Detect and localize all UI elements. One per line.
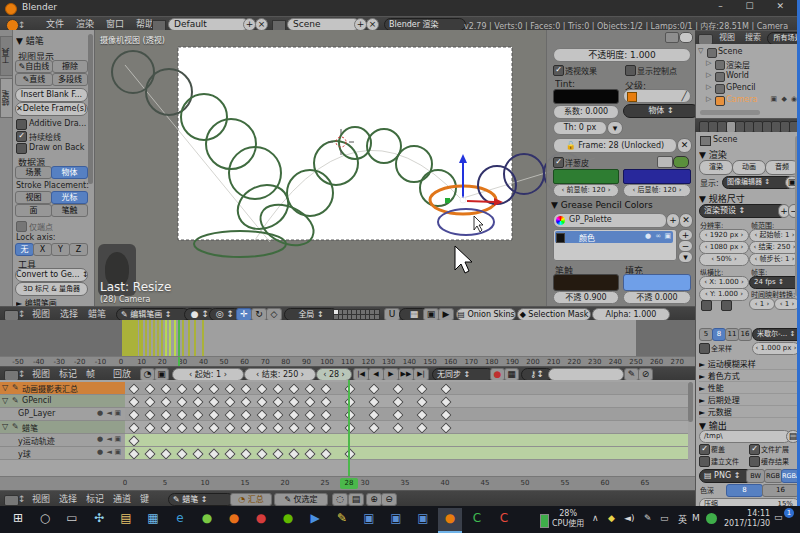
timeline-keyframe-line[interactable] [153, 320, 155, 356]
erase-button[interactable]: 擦除 [52, 60, 88, 73]
paste-keyframes-icon[interactable]: ⊖ [381, 493, 397, 506]
depth-8[interactable]: 8 [726, 484, 763, 497]
timeline-keyframe-line[interactable] [141, 320, 143, 356]
copy-keyframes-icon[interactable]: ⊕ [366, 493, 382, 506]
clock[interactable]: 14:11 2017/11/30 [724, 509, 770, 529]
keyframe-diamond[interactable] [304, 396, 315, 407]
dope-menu-2[interactable]: 标记 [82, 492, 108, 506]
checkbox-0[interactable] [16, 119, 27, 130]
onion-before-color[interactable] [553, 169, 619, 184]
keyframe-diamond[interactable] [240, 409, 251, 420]
onion-after-frames[interactable]: ‹ 后显帧: 120 › [623, 184, 691, 197]
frame-delete-button[interactable]: ✕ [677, 138, 692, 153]
channel-speaker-icon[interactable]: ◄ [107, 448, 112, 456]
dope-key-band-2[interactable] [125, 408, 688, 421]
keyframe-diamond[interactable] [160, 448, 171, 459]
timeline-menu-3[interactable]: 回放 [109, 367, 135, 381]
keyframe-diamond[interactable] [440, 383, 451, 394]
channel-lock-icon[interactable]: ▣ [114, 409, 121, 417]
outliner-row-0[interactable]: ▽Scene [696, 46, 800, 57]
placement-3[interactable]: 笔触 [51, 204, 88, 217]
dope-key-band-4[interactable] [125, 434, 688, 447]
taskbar-app-start[interactable]: ⊞ [6, 508, 30, 531]
keyframe-diamond[interactable] [416, 422, 427, 433]
taskbar-app-blender[interactable]: ● [438, 508, 462, 533]
out-check-row-3[interactable]: 缓存结果 [749, 456, 797, 466]
view-menu-2[interactable]: 蜡笔 [84, 307, 110, 321]
keyframe-diamond[interactable] [392, 422, 403, 433]
keyframe-diamond[interactable] [288, 396, 299, 407]
keyframe-diamond[interactable] [288, 422, 299, 433]
layers-widget[interactable] [333, 309, 379, 319]
taskbar-app-task-view[interactable]: ▭ [60, 508, 84, 531]
draw-button[interactable]: ✎自由线 [15, 60, 53, 73]
ime-language[interactable]: 英 [678, 513, 687, 526]
channel-speaker-icon[interactable]: ◄ [107, 409, 112, 417]
stroke-opacity-slider[interactable]: 不透 0.900 [553, 291, 619, 304]
out-checkbox-0[interactable]: ✓ [699, 444, 710, 455]
ghost-filter-icon[interactable]: ▤ [348, 493, 364, 506]
check-row-1[interactable]: ✓持续绘线 [16, 130, 90, 141]
keyframe-diamond[interactable] [192, 409, 203, 420]
keyframe-diamond[interactable] [208, 448, 219, 459]
dope-menu-3[interactable]: 通道 [109, 492, 135, 506]
timeline-keyframe-line[interactable] [174, 320, 176, 356]
keyframe-diamond[interactable] [368, 409, 379, 420]
channel-lock-icon[interactable]: ▣ [114, 448, 121, 456]
dopesheet-area[interactable]: ▽✎动画摄影表汇总▽✎GPencilGP_Layer●◄▣▽✎蜡笔y运动轨迹●◄… [0, 380, 695, 476]
timeline-menu-0[interactable]: 视图 [28, 367, 54, 381]
palette-field[interactable]: GP_Palette [553, 213, 667, 228]
grid-toggle-icon[interactable] [665, 32, 679, 43]
full-sample-checkbox[interactable] [699, 343, 710, 354]
timeline-keyframe-line[interactable] [188, 320, 190, 356]
lock-axis-3[interactable]: Z [69, 243, 88, 256]
collapsed-props-panel-1[interactable]: ► 着色方式 [699, 370, 797, 382]
keyframe-diamond[interactable] [416, 396, 427, 407]
collapsed-props-panel-3[interactable]: ► 后期处理 [699, 394, 797, 406]
keyframe-diamond[interactable] [368, 396, 379, 407]
fx-check-row[interactable]: ✓透视效果显示控制点 [553, 64, 693, 75]
tint-factor-slider[interactable]: 系数: 0.000 [553, 105, 619, 119]
color-list-item[interactable]: 颜色●∞▣ [555, 231, 673, 243]
keyframe-diamond[interactable] [224, 396, 235, 407]
keyframe-diamond[interactable] [144, 396, 155, 407]
editor-type-dropdown-arrow[interactable]: ↕ [18, 20, 26, 30]
out-check-row-2[interactable]: 建立文件 [699, 456, 747, 466]
dope-scrollbar[interactable] [688, 382, 693, 422]
delete-frames-button[interactable]: ✕Delete Frame(s) [15, 102, 88, 116]
keyframe-diamond[interactable] [392, 409, 403, 420]
keyframe-diamond[interactable] [192, 383, 203, 394]
collapsed-props-panel-0[interactable]: ► 运动模糊采样 [699, 358, 797, 370]
palette-unlink-button[interactable]: ✕ [679, 213, 693, 228]
range-field-2[interactable]: ‹ 帧步长: 1 › [749, 253, 800, 266]
keyframe-diamond[interactable] [208, 422, 219, 433]
onion-after-color[interactable] [623, 169, 691, 184]
resolution-field-2[interactable]: ‹ 50% › [699, 253, 749, 266]
keyframe-diamond[interactable] [240, 383, 251, 394]
collapsed-props-panel-4[interactable]: ► 元数据 [699, 406, 797, 418]
fps-dropdown[interactable]: 24 fps ↕ [749, 276, 800, 289]
ghost-toggle-icon[interactable] [679, 32, 693, 43]
keyframe-diamond[interactable] [288, 383, 299, 394]
outliner-expand-arrow[interactable]: ▷ [706, 59, 711, 67]
show-points-checkbox[interactable] [625, 65, 636, 76]
convert-to-geometry-dropdown[interactable]: Convert to Ge... ↕ [15, 268, 88, 282]
keyframe-diamond[interactable] [192, 396, 203, 407]
out-check-row-1[interactable]: ✓文件扩展 [749, 444, 797, 454]
dope-menu-0[interactable]: 视图 [28, 492, 54, 506]
timeline-keyframe-line[interactable] [161, 320, 163, 356]
keyframe-diamond[interactable] [128, 448, 139, 459]
only-selected-toggle[interactable]: ✎ 仅选定 [274, 493, 328, 506]
lock-axis-1[interactable]: X [33, 243, 52, 256]
ruler-protractor-button[interactable]: 3D 标尺 & 量角器 [15, 282, 88, 296]
taskbar-app-media-player[interactable]: ▶ [303, 508, 327, 531]
parent-type-dropdown[interactable]: 物体 ↕ [623, 104, 696, 118]
fx-checkbox[interactable]: ✓ [553, 65, 564, 76]
channel-mute-icon[interactable]: ● [97, 448, 103, 456]
taskbar-app-fan-app[interactable]: ✣ [87, 508, 111, 531]
keyframe-diamond[interactable] [440, 422, 451, 433]
aa-samples-8[interactable]: 8 [712, 328, 726, 341]
gp-stroke-0[interactable] [112, 51, 154, 93]
endpoints-checkbox[interactable] [16, 221, 27, 232]
stroke-color-swatch[interactable] [553, 274, 619, 291]
